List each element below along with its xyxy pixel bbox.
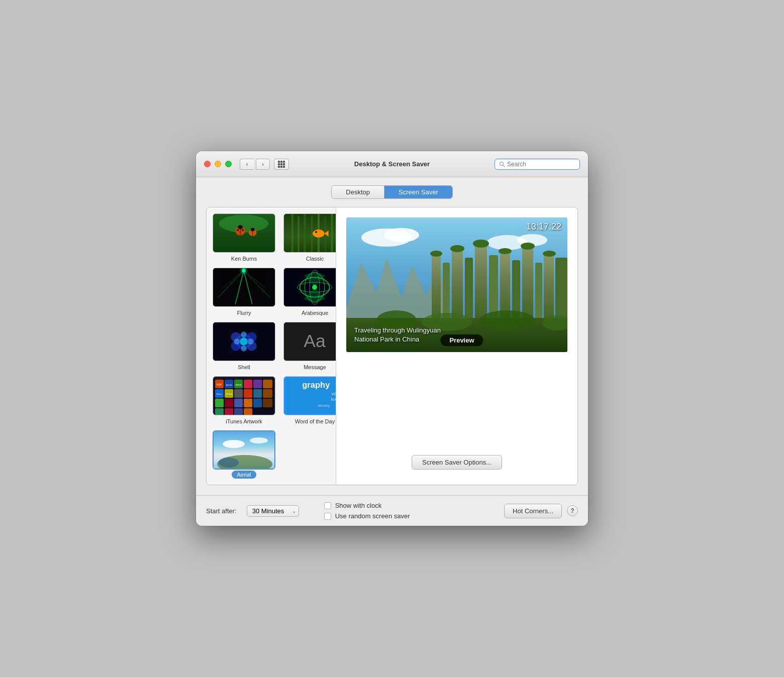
svg-text:vocab: vocab: [331, 391, 336, 396]
svg-point-49: [248, 339, 254, 345]
bottom-bar: Start after: 1 Minute 2 Minutes 5 Minute…: [196, 495, 588, 526]
svg-point-110: [473, 240, 489, 248]
saver-item-message[interactable]: Aa Message: [283, 322, 336, 370]
saver-thumb-itunes: POP AlterNe electr Native BLUES: [213, 376, 275, 415]
saver-item-shell[interactable]: Shell: [213, 322, 275, 370]
grid-icon: [278, 161, 285, 168]
window-controls: [204, 161, 232, 167]
show-with-clock-checkbox[interactable]: [324, 502, 331, 509]
forward-icon: ›: [262, 161, 264, 168]
svg-rect-72: [225, 408, 233, 415]
maximize-button[interactable]: [225, 161, 232, 167]
show-with-clock-label: Show with clock: [335, 502, 381, 509]
svg-point-112: [521, 243, 535, 250]
svg-rect-66: [225, 399, 233, 407]
forward-button[interactable]: ›: [256, 159, 270, 170]
svg-rect-18: [325, 217, 326, 253]
start-after-label: Start after:: [206, 507, 237, 515]
screen-saver-options-button[interactable]: Screen Saver Options...: [412, 455, 502, 470]
back-button[interactable]: ‹: [240, 159, 254, 170]
saver-thumb-flurry: [213, 268, 275, 307]
tab-group: Desktop Screen Saver: [331, 185, 452, 199]
preview-area: 13:17:22 Traveling through Wulingyuan Na…: [336, 207, 577, 485]
svg-point-6: [237, 229, 239, 231]
svg-point-109: [450, 245, 464, 252]
ken-burns-preview: [213, 213, 275, 253]
svg-rect-19: [331, 214, 333, 253]
saver-name-arabesque: Arabesque: [302, 310, 328, 316]
svg-point-48: [234, 339, 240, 345]
svg-point-47: [241, 346, 247, 352]
saver-thumb-arabesque: [283, 268, 336, 307]
preview-image: 13:17:22 Traveling through Wulingyuan Na…: [346, 217, 567, 352]
tab-desktop[interactable]: Desktop: [332, 186, 384, 198]
svg-text:electr: electr: [236, 384, 242, 386]
use-random-checkbox[interactable]: [324, 513, 331, 520]
svg-rect-13: [291, 214, 293, 253]
title-bar: ‹ › Desktop & Screen Saver: [196, 151, 588, 177]
saver-item-ken-burns[interactable]: Ken Burns: [213, 213, 275, 262]
svg-rect-61: [234, 389, 243, 398]
saver-name-classic: Classic: [306, 256, 324, 262]
right-buttons: Hot Corners... ?: [504, 504, 578, 518]
svg-point-89: [219, 458, 239, 468]
svg-rect-62: [244, 389, 252, 398]
checkboxes: Show with clock Use random screen saver: [324, 502, 410, 520]
search-input[interactable]: [507, 161, 575, 168]
svg-rect-67: [234, 399, 243, 407]
svg-rect-74: [244, 408, 252, 415]
saver-list: Ken Burns: [207, 207, 336, 485]
svg-rect-71: [215, 408, 224, 415]
content-area: Desktop Screen Saver: [196, 177, 588, 495]
svg-line-1: [503, 165, 505, 167]
search-box[interactable]: [495, 159, 580, 170]
arabesque-preview: [284, 268, 336, 307]
saver-selected-badge: Aerial: [232, 471, 256, 479]
show-with-clock-row: Show with clock: [324, 502, 410, 509]
back-icon: ‹: [246, 161, 248, 168]
svg-point-0: [500, 162, 504, 165]
svg-rect-64: [263, 389, 272, 398]
close-button[interactable]: [204, 161, 211, 167]
saver-thumb-message: Aa: [283, 322, 336, 361]
grid-view-button[interactable]: [274, 159, 289, 170]
saver-item-classic[interactable]: Classic: [283, 213, 336, 262]
start-after-wrapper: 1 Minute 2 Minutes 5 Minutes 10 Minutes …: [247, 505, 299, 517]
search-icon: [499, 161, 505, 167]
aerial-preview: [214, 431, 275, 470]
saver-item-aerial[interactable]: Aerial: [213, 430, 275, 479]
preview-button[interactable]: Preview: [440, 334, 483, 346]
hot-corners-button[interactable]: Hot Corners...: [504, 504, 562, 518]
svg-rect-68: [244, 399, 252, 407]
saver-item-itunes[interactable]: POP AlterNe electr Native BLUES iTunes A…: [213, 376, 275, 424]
svg-rect-63: [253, 389, 262, 398]
main-panel: Ken Burns: [206, 207, 578, 485]
tab-screensaver[interactable]: Screen Saver: [384, 186, 452, 198]
svg-rect-15: [304, 214, 306, 253]
saver-item-arabesque[interactable]: Arabesque: [283, 268, 336, 316]
saver-name-word: Word of the Day: [295, 418, 335, 424]
help-button[interactable]: ?: [567, 505, 578, 516]
shell-preview: [213, 322, 275, 361]
tab-bar: Desktop Screen Saver: [206, 185, 578, 199]
svg-point-92: [384, 228, 419, 242]
saver-name-shell: Shell: [238, 364, 250, 370]
svg-rect-56: [244, 380, 252, 388]
nav-buttons: ‹ ›: [240, 159, 270, 170]
svg-rect-16: [311, 215, 313, 253]
minimize-button[interactable]: [215, 161, 221, 167]
svg-point-46: [241, 331, 247, 337]
svg-point-38: [312, 285, 317, 290]
saver-item-flurry[interactable]: Flurry: [213, 268, 275, 316]
svg-text:graphy: graphy: [302, 380, 330, 390]
svg-point-21: [313, 230, 325, 238]
svg-text:POP: POP: [217, 384, 222, 386]
saver-grid: Ken Burns: [213, 213, 330, 479]
svg-rect-57: [253, 380, 262, 388]
svg-rect-58: [263, 380, 272, 388]
saver-name-itunes: iTunes Artwork: [226, 418, 262, 424]
classic-preview: [284, 213, 336, 253]
svg-text:BLUES: BLUES: [226, 393, 233, 395]
start-after-select[interactable]: 1 Minute 2 Minutes 5 Minutes 10 Minutes …: [247, 505, 299, 517]
saver-item-word[interactable]: graphy vocab lexicog abulary Word of the…: [283, 376, 336, 424]
